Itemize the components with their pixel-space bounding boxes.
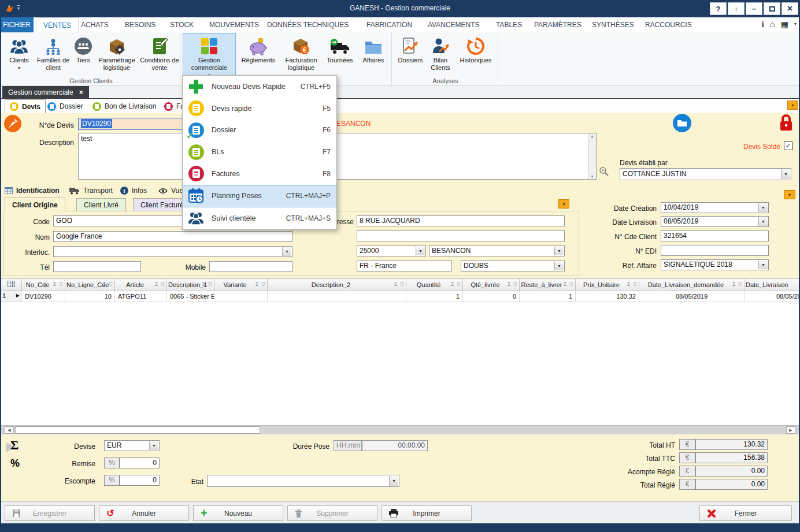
zoom-text-icon[interactable] xyxy=(599,166,609,178)
col-header-no-ligne-cde[interactable]: No_Ligne_CdeΣ ▽ xyxy=(65,279,115,291)
remise-input[interactable]: 0 xyxy=(120,457,160,468)
col-header-prix-unitaire[interactable]: Prix_UnitaireΣ ▽ xyxy=(576,279,639,291)
ribbon-tournees-button[interactable]: Tournées xyxy=(324,34,356,64)
sort-filter-icons[interactable]: Σ ▽ xyxy=(155,281,165,287)
section-tab-vue[interactable]: Vue xyxy=(158,185,183,196)
ville-select[interactable]: BESANCON▾ xyxy=(429,245,565,256)
ribbon-dossiers-button[interactable]: Dossiers xyxy=(395,34,425,64)
tab-ventes[interactable]: VENTES xyxy=(36,17,79,32)
escompte-input[interactable]: 0 xyxy=(120,475,160,486)
date-livraison-input[interactable]: 08/05/2019▾ xyxy=(661,216,769,227)
minimize-button[interactable]: − xyxy=(746,2,762,15)
cde-client-input[interactable]: 321654 xyxy=(661,230,769,241)
date-livraison-dropdown-icon[interactable]: ▾ xyxy=(758,217,768,226)
close-button[interactable]: × xyxy=(782,2,798,15)
duree-input[interactable]: 00:00:00 xyxy=(362,440,428,451)
col-header-quantite[interactable]: QuantitéΣ ▽ xyxy=(406,279,463,291)
menu-item-suivi-clientele[interactable]: Suivi clientèle CTRL+MAJ+S xyxy=(183,207,336,229)
section-tab-infos[interactable]: i Infos xyxy=(120,185,147,196)
more-tools-icon[interactable]: ▾ xyxy=(794,21,797,27)
ribbon-affaires-button[interactable]: Affaires xyxy=(357,34,390,64)
sort-filter-icons[interactable]: Σ ▽ xyxy=(508,281,518,287)
ribbon-reglements-button[interactable]: Règlements xyxy=(238,34,279,64)
client-tabs-overflow-button[interactable]: ▾ xyxy=(558,199,569,209)
edi-input[interactable] xyxy=(661,245,769,256)
tab-achats[interactable]: ACHATS xyxy=(74,17,116,32)
menu-item-nouveau-devis-rapide[interactable]: Nouveau Devis Rapide CTRL+F5 xyxy=(183,76,336,98)
record-tab-bon-de-livraison[interactable]: Bon de Livraison xyxy=(88,100,161,113)
grid-data-row[interactable]: 1▶ DV10290 10 ATGPO11 0065 - Sticker Esp… xyxy=(1,291,800,302)
code-postal-select[interactable]: 25000▾ xyxy=(357,245,426,256)
scrollbar-thumb[interactable] xyxy=(15,426,260,434)
col-header-date-livraison-demandee[interactable]: Date_Livraison_demandéeΣ ▽ xyxy=(639,279,745,291)
description-textarea[interactable]: test ▲ ▼ xyxy=(78,133,597,180)
info-panel-overflow-button[interactable]: ▾ xyxy=(784,190,795,199)
interloc-dropdown-icon[interactable]: ▾ xyxy=(282,247,291,256)
col-header-no-cde[interactable]: No_CdeΣ ▽ xyxy=(22,279,65,291)
sort-filter-icons[interactable]: Σ ▽ xyxy=(202,281,213,287)
scroll-down-icon[interactable]: ▼ xyxy=(588,174,596,178)
col-header-variante[interactable]: VarianteΣ ▽ xyxy=(214,279,268,291)
nouveau-button[interactable]: + Nouveau xyxy=(193,505,283,521)
lock-icon[interactable] xyxy=(779,114,793,134)
sort-filter-icons[interactable]: Σ ▽ xyxy=(53,281,64,287)
devise-select[interactable]: EUR▾ xyxy=(104,440,160,451)
adresse1-input[interactable]: 8 RUE JACQUARD xyxy=(357,215,565,226)
sort-filter-icons[interactable]: Σ ▽ xyxy=(564,281,574,287)
maximize-button[interactable] xyxy=(764,2,780,15)
supprimer-button[interactable]: Supprimer xyxy=(287,505,377,521)
tab-fabrication[interactable]: FABRICATION xyxy=(360,17,419,32)
tab-donnees-techniques[interactable]: DONNÉES TECHNIQUES xyxy=(260,17,355,32)
grid-horizontal-scrollbar[interactable]: ◀ ▶ xyxy=(0,425,800,434)
grid-corner-cell[interactable] xyxy=(1,279,22,291)
cell-article[interactable]: ATGPO11 xyxy=(115,291,167,302)
ville-dropdown-icon[interactable]: ▾ xyxy=(554,247,564,255)
description-scrollbar[interactable]: ▲ ▼ xyxy=(588,133,596,179)
cell-reste-a-livrer[interactable]: 1 xyxy=(520,291,576,302)
cell-description2[interactable] xyxy=(268,291,406,302)
departement-select[interactable]: DOUBS▾ xyxy=(461,261,565,271)
sort-filter-icons[interactable]: Σ ▽ xyxy=(103,281,113,287)
client-tab-livre[interactable]: Client Livré xyxy=(76,198,126,211)
sort-filter-icons[interactable]: Σ ▽ xyxy=(732,281,743,287)
ribbon-tiers-button[interactable]: Tiers xyxy=(73,34,94,64)
menu-item-factures[interactable]: Factures F8 xyxy=(183,163,336,185)
tab-tables[interactable]: TABLES xyxy=(489,17,529,32)
close-tab-icon[interactable]: × xyxy=(79,88,83,96)
cell-description1[interactable]: 0065 - Sticker Espa xyxy=(167,291,214,302)
adresse2-input[interactable] xyxy=(357,230,565,241)
row-indicator-cell[interactable]: 1▶ xyxy=(1,291,22,302)
cell-prix-unitaire[interactable]: 130.32 xyxy=(576,291,639,302)
col-header-reste-a-livrer[interactable]: Reste_à_livrerΣ ▽ xyxy=(520,279,576,291)
pays-input[interactable]: FR - France xyxy=(357,261,452,271)
tab-besoins[interactable]: BESOINS xyxy=(118,17,162,32)
nom-input[interactable]: Google France xyxy=(53,231,292,242)
record-tab-devis[interactable]: Devis xyxy=(5,99,46,113)
col-header-description1[interactable]: Description_1Σ ▽ xyxy=(167,279,214,291)
interloc-select[interactable]: ▾ xyxy=(53,246,292,257)
ref-affaire-dropdown-icon[interactable]: ▾ xyxy=(758,261,768,269)
section-tab-identification[interactable]: Identification xyxy=(5,185,60,196)
etabli-par-dropdown-icon[interactable]: ▾ xyxy=(781,169,790,179)
col-header-qte-livree[interactable]: Qté_livréeΣ ▽ xyxy=(463,279,520,291)
ribbon-facturation-button[interactable]: € Facturation logistique xyxy=(280,34,323,72)
cell-qte-livree[interactable]: 0 xyxy=(463,291,520,302)
enregistrer-button[interactable]: Enregistrer xyxy=(5,505,95,521)
client-tab-origine[interactable]: Client Origine xyxy=(5,198,65,211)
cell-date-livraison[interactable]: 08/05/2019 xyxy=(745,291,800,302)
scroll-up-icon[interactable]: ▲ xyxy=(588,134,596,138)
tab-syntheses[interactable]: SYNTHÈSES xyxy=(585,17,641,32)
scroll-right-icon[interactable]: ▶ xyxy=(786,426,795,434)
document-tab-gestion-commerciale[interactable]: Gestion commerciale × xyxy=(2,86,89,99)
tel-input[interactable] xyxy=(53,261,141,272)
departement-dropdown-icon[interactable]: ▾ xyxy=(554,262,564,270)
ribbon-clients-button[interactable]: Clients ▾ xyxy=(5,34,34,72)
etat-dropdown-icon[interactable]: ▾ xyxy=(389,476,398,486)
sort-filter-icons[interactable]: Σ ▽ xyxy=(255,281,266,287)
help-button[interactable]: ? xyxy=(710,2,727,15)
record-tab-dossier[interactable]: Dossier xyxy=(43,100,88,113)
tab-stock[interactable]: STOCK xyxy=(163,17,201,32)
sort-filter-icons[interactable]: Σ ▽ xyxy=(627,281,638,287)
tab-parametres[interactable]: PARAMÈTRES xyxy=(527,17,588,32)
cell-no-ligne-cde[interactable]: 10 xyxy=(65,291,115,302)
